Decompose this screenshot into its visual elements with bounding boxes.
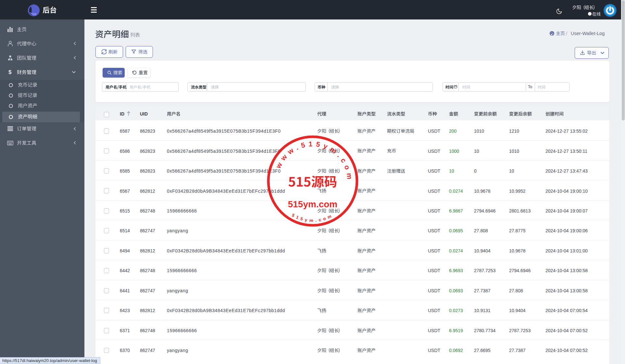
svg-text:515ym.com: 515ym.com	[288, 199, 338, 209]
